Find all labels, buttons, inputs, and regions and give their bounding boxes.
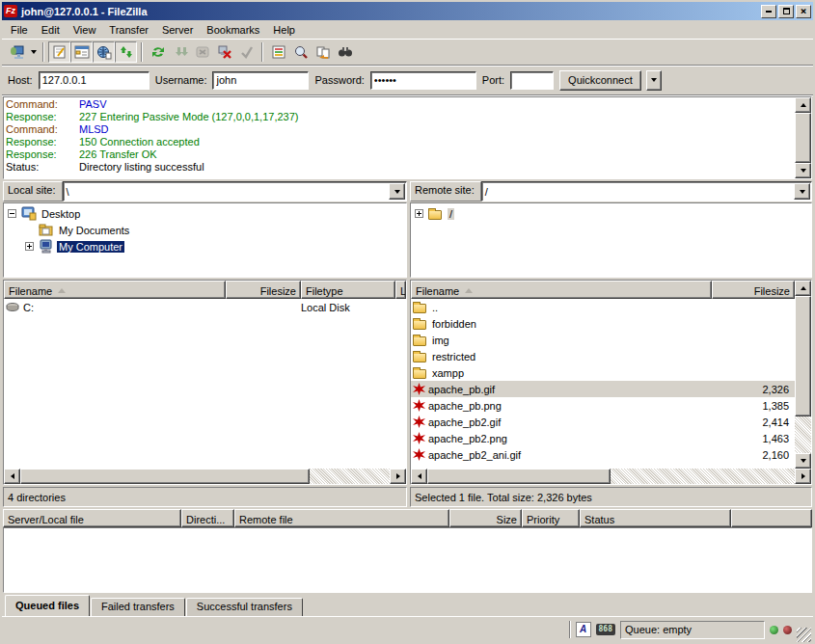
file-row[interactable]: apache_pb2.png 1,463 bbox=[411, 430, 795, 446]
file-row[interactable]: apache_pb.png 1,385 bbox=[411, 397, 795, 414]
scrollbar-thumb[interactable] bbox=[795, 113, 811, 163]
remote-site-dropdown-icon[interactable] bbox=[794, 183, 810, 200]
file-row-c-drive[interactable]: C: Local Disk bbox=[4, 299, 406, 315]
tree-item-my-computer[interactable]: My Computer bbox=[6, 238, 406, 255]
host-label: Host: bbox=[8, 74, 33, 86]
tab-successful-transfers[interactable]: Successful transfers bbox=[186, 598, 303, 616]
expand-icon[interactable] bbox=[25, 242, 34, 251]
column-filesize[interactable]: Filesize bbox=[712, 281, 795, 299]
tree-item-root[interactable]: / bbox=[413, 205, 811, 222]
toggle-local-tree-icon[interactable] bbox=[70, 41, 93, 63]
disconnect-icon[interactable] bbox=[213, 41, 235, 63]
scroll-down-icon[interactable] bbox=[795, 163, 811, 178]
minimize-button[interactable] bbox=[761, 5, 776, 18]
column-filesize[interactable]: Filesize bbox=[226, 281, 301, 299]
menu-help[interactable]: Help bbox=[266, 22, 302, 38]
site-manager-icon[interactable] bbox=[6, 41, 28, 63]
file-size: 2,160 bbox=[712, 449, 795, 461]
column-size[interactable]: Size bbox=[449, 509, 522, 527]
scroll-up-icon[interactable] bbox=[795, 281, 811, 296]
column-direction[interactable]: Directi... bbox=[181, 509, 234, 527]
local-site-dropdown-icon[interactable] bbox=[389, 183, 405, 200]
folder-icon bbox=[413, 350, 429, 362]
column-filetype[interactable]: Filetype bbox=[301, 281, 395, 299]
password-input[interactable] bbox=[370, 71, 476, 90]
file-row[interactable]: .. bbox=[411, 299, 795, 315]
scroll-up-icon[interactable] bbox=[795, 97, 811, 113]
menu-view[interactable]: View bbox=[67, 22, 103, 38]
file-row-selected[interactable]: apache_pb.gif 2,326 bbox=[411, 381, 795, 397]
tree-item-desktop[interactable]: Desktop bbox=[6, 205, 406, 222]
column-remote-file[interactable]: Remote file bbox=[234, 509, 449, 527]
expand-icon[interactable] bbox=[415, 209, 423, 218]
remote-horizontal-scrollbar[interactable] bbox=[411, 469, 811, 484]
refresh-icon[interactable] bbox=[147, 41, 169, 63]
folder-icon bbox=[413, 301, 429, 313]
queue-body[interactable] bbox=[3, 527, 812, 593]
reconnect-icon[interactable] bbox=[235, 41, 258, 63]
process-queue-icon[interactable] bbox=[169, 41, 191, 63]
filter-icon[interactable] bbox=[267, 41, 289, 63]
scrollbar-thumb[interactable] bbox=[795, 296, 811, 416]
tree-item-my-documents[interactable]: My Documents bbox=[6, 222, 406, 238]
toggle-transfer-queue-icon[interactable] bbox=[115, 41, 137, 63]
column-filename[interactable]: Filename bbox=[4, 281, 226, 299]
menu-server[interactable]: Server bbox=[155, 22, 200, 38]
search-icon[interactable] bbox=[289, 41, 312, 63]
column-last-modified[interactable]: L bbox=[395, 281, 406, 299]
column-priority[interactable]: Priority bbox=[522, 509, 580, 527]
log-label: Response: bbox=[6, 111, 79, 123]
quickconnect-button[interactable]: Quickconnect bbox=[559, 70, 641, 91]
remote-site-combo[interactable]: / bbox=[481, 181, 812, 201]
tab-failed-transfers[interactable]: Failed transfers bbox=[91, 598, 185, 616]
file-row[interactable]: forbidden bbox=[411, 315, 795, 332]
scroll-right-icon[interactable] bbox=[390, 469, 406, 484]
collapse-icon[interactable] bbox=[8, 209, 16, 218]
file-row[interactable]: img bbox=[411, 332, 795, 348]
menu-edit[interactable]: Edit bbox=[35, 22, 67, 38]
column-status[interactable]: Status bbox=[580, 509, 731, 527]
file-row[interactable]: apache_pb2.gif 2,414 bbox=[411, 414, 795, 430]
transfer-type-indicator-icon: A bbox=[576, 622, 591, 637]
local-horizontal-scrollbar[interactable] bbox=[4, 469, 406, 484]
menu-transfer[interactable]: Transfer bbox=[102, 22, 155, 38]
username-input[interactable] bbox=[212, 71, 309, 90]
menu-bookmarks[interactable]: Bookmarks bbox=[200, 22, 266, 38]
toggle-remote-tree-icon[interactable] bbox=[93, 41, 115, 63]
find-files-icon[interactable] bbox=[334, 41, 356, 63]
scrollbar-thumb[interactable] bbox=[20, 469, 310, 484]
file-row[interactable]: restricted bbox=[411, 348, 795, 364]
local-site-row: Local site: \ bbox=[3, 181, 407, 201]
menu-file[interactable]: File bbox=[4, 22, 35, 38]
port-input[interactable] bbox=[510, 71, 554, 90]
resize-grip[interactable] bbox=[797, 628, 811, 642]
scroll-left-icon[interactable] bbox=[4, 469, 20, 484]
scroll-left-icon[interactable] bbox=[411, 469, 427, 484]
close-button[interactable]: × bbox=[796, 5, 811, 18]
log-line: Response:226 Transfer OK bbox=[6, 148, 793, 161]
column-server-local-file[interactable]: Server/Local file bbox=[3, 509, 181, 527]
title-bar[interactable]: Fz john@127.0.0.1 - FileZilla × bbox=[2, 2, 813, 20]
scroll-down-icon[interactable] bbox=[795, 453, 811, 469]
maximize-button[interactable] bbox=[778, 5, 794, 18]
log-label: Command: bbox=[6, 123, 79, 136]
column-filename[interactable]: Filename bbox=[411, 281, 712, 299]
status-bar: A 868 Queue: empty bbox=[2, 616, 813, 642]
cancel-icon[interactable] bbox=[191, 41, 213, 63]
quickconnect-dropdown-icon[interactable] bbox=[646, 70, 662, 91]
scroll-right-icon[interactable] bbox=[795, 469, 811, 484]
window-title: john@127.0.0.1 - FileZilla bbox=[21, 6, 759, 17]
host-input[interactable] bbox=[39, 71, 149, 90]
tab-queued-files[interactable]: Queued files bbox=[5, 595, 90, 616]
log-text: 226 Transfer OK bbox=[79, 148, 157, 161]
remote-vertical-scrollbar[interactable] bbox=[795, 281, 811, 469]
directory-comparison-icon[interactable] bbox=[312, 41, 334, 63]
log-scrollbar[interactable] bbox=[795, 97, 811, 178]
file-row[interactable]: apache_pb2_ani.gif 2,160 bbox=[411, 446, 795, 463]
site-manager-dropdown-icon[interactable] bbox=[28, 41, 39, 63]
toggle-message-log-icon[interactable] bbox=[48, 41, 70, 63]
file-row[interactable]: xampp bbox=[411, 364, 795, 381]
local-site-combo[interactable]: \ bbox=[63, 181, 407, 201]
scrollbar-thumb[interactable] bbox=[427, 469, 611, 484]
send-indicator-light-icon bbox=[783, 626, 792, 634]
